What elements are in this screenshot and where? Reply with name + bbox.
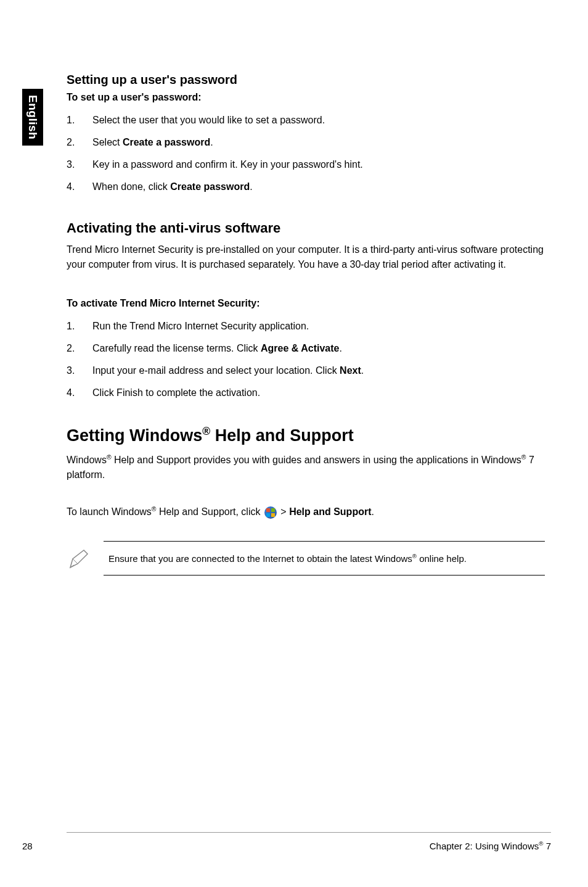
section-heading-antivirus: Activating the anti-virus software [67,220,551,236]
text: . [339,343,341,353]
registered-mark: ® [412,553,417,559]
text: Carefully read the license terms. Click [92,343,261,353]
list-item: 3. Key in a password and confirm it. Key… [67,157,551,172]
text: Windows [67,455,107,465]
text: . [371,507,374,518]
list-number: 3. [67,363,92,378]
list-number: 2. [67,341,92,356]
text: Getting Windows [67,426,202,445]
footer-divider [67,832,551,833]
password-steps-list: 1. Select the user that you would like t… [67,113,551,194]
help-launch: To launch Windows® Help and Support, cli… [67,505,551,519]
list-item: 4. Click Finish to complete the activati… [67,386,551,400]
text: . [361,365,364,376]
chapter-label: Chapter 2: Using Windows® 7 [430,840,551,851]
list-text: Key in a password and confirm it. Key in… [92,157,551,172]
list-text: Select the user that you would like to s… [92,113,551,128]
list-item: 1. Run the Trend Micro Internet Security… [67,319,551,334]
list-text: Run the Trend Micro Internet Security ap… [92,319,551,334]
pen-icon [67,547,91,571]
antivirus-steps-list: 1. Run the Trend Micro Internet Security… [67,319,551,400]
bold-text: Help and Support [289,507,371,518]
list-text: Click Finish to complete the activation. [92,386,551,400]
list-item: 3. Input your e-mail address and select … [67,363,551,378]
registered-mark: ® [521,454,526,461]
help-intro: Windows® Help and Support provides you w… [67,453,551,482]
text: . [250,181,252,192]
text: Chapter 2: Using Windows [430,841,539,851]
bold-text: Next [340,365,361,376]
language-tab: English [22,89,43,146]
bold-text: Create a password [123,137,210,147]
page-content: Setting up a user's password To set up a… [67,73,551,576]
list-number: 2. [67,135,92,150]
note-text: online help. [417,553,467,564]
page-number: 28 [22,841,33,851]
list-item: 4. When done, click Create password. [67,179,551,194]
list-text: Input your e-mail address and select you… [92,363,551,378]
note-text: Ensure that you are connected to the Int… [108,553,412,564]
text: Help and Support [210,426,354,445]
section-heading-password: Setting up a user's password [67,73,551,87]
text: Select [92,137,123,147]
list-number: 4. [67,386,92,400]
text: Help and Support, click [157,507,263,518]
text: 7 [543,841,551,851]
registered-mark: ® [152,506,157,513]
list-item: 1. Select the user that you would like t… [67,113,551,128]
text: Help and Support provides you with guide… [112,455,521,465]
section-sub-antivirus: To activate Trend Micro Internet Securit… [67,298,551,309]
list-number: 1. [67,113,92,128]
list-text: When done, click Create password. [92,179,551,194]
list-number: 4. [67,179,92,194]
text: . [210,137,213,147]
registered-mark: ® [107,454,112,461]
text: When done, click [92,181,170,192]
section-sub-password: To set up a user's password: [67,92,551,103]
section-heading-help: Getting Windows® Help and Support [67,425,551,445]
list-text: Carefully read the license terms. Click … [92,341,551,356]
bold-text: Create password [170,181,250,192]
antivirus-intro: Trend Micro Internet Security is pre-ins… [67,242,551,272]
text: Input your e-mail address and select you… [92,365,340,376]
list-number: 1. [67,319,92,334]
bold-text: Agree & Activate [261,343,339,353]
registered-mark: ® [202,425,210,437]
windows-start-icon [264,506,277,519]
list-text: Select Create a password. [92,135,551,150]
note-block: Ensure that you are connected to the Int… [104,541,545,576]
list-number: 3. [67,157,92,172]
list-item: 2. Carefully read the license terms. Cli… [67,341,551,356]
page-footer: 28 Chapter 2: Using Windows® 7 [0,840,588,851]
list-item: 2. Select Create a password. [67,135,551,150]
text: > [278,507,289,518]
text: To launch Windows [67,507,152,518]
